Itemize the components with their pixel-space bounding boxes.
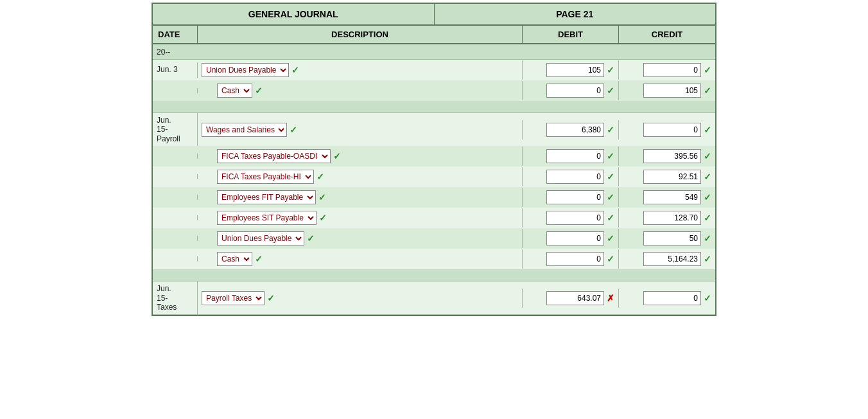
table-row: FICA Taxes Payable-OASDI ✓ ✓ ✓ [153, 146, 715, 166]
debit-check-icon[interactable]: ✓ [607, 172, 614, 182]
credit-input[interactable] [643, 291, 701, 305]
desc-check-icon[interactable]: ✓ [267, 293, 275, 303]
credit-check-icon[interactable]: ✓ [704, 85, 711, 96]
date-label: Jun. 3 [157, 65, 178, 74]
debit-input[interactable] [546, 84, 604, 98]
table-row: Union Dues Payable ✓ ✓ ✓ [153, 228, 715, 249]
credit-cell: ✓ [619, 289, 715, 308]
credit-check-icon[interactable]: ✓ [704, 254, 711, 264]
entry-date-empty [153, 256, 198, 262]
debit-input[interactable] [546, 231, 604, 245]
table-row: Jun. 3 Union Dues Payable ✓ ✓ ✓ [153, 60, 715, 80]
desc-check-icon[interactable]: ✓ [318, 192, 326, 202]
credit-check-icon[interactable]: ✓ [704, 125, 711, 135]
debit-check-icon[interactable]: ✓ [607, 85, 614, 96]
debit-check-icon[interactable]: ✓ [607, 192, 614, 202]
credit-input[interactable] [643, 63, 701, 77]
debit-check-icon[interactable]: ✓ [607, 125, 614, 135]
debit-error-icon[interactable]: ✗ [607, 293, 614, 303]
credit-cell: ✓ [619, 249, 715, 269]
credit-cell: ✓ [619, 120, 715, 139]
account-dropdown[interactable]: Employees FIT Payable [217, 190, 316, 204]
desc-check-icon[interactable]: ✓ [319, 213, 327, 223]
debit-input[interactable] [546, 149, 604, 163]
page-number: PAGE 21 [435, 4, 716, 24]
debit-input[interactable] [546, 123, 604, 137]
debit-input[interactable] [546, 190, 604, 204]
credit-check-icon[interactable]: ✓ [704, 213, 711, 223]
entry-date-empty [153, 174, 198, 179]
spacer-row [153, 269, 715, 281]
account-desc: Wages and Salaries ✓ [198, 120, 523, 139]
account-dropdown[interactable]: Union Dues Payable [217, 231, 304, 245]
debit-input[interactable] [546, 291, 604, 305]
col-header-debit: DEBIT [523, 26, 619, 43]
account-dropdown[interactable]: Union Dues Payable [202, 63, 289, 77]
desc-check-icon[interactable]: ✓ [307, 233, 315, 244]
date-line2: 15- [157, 294, 193, 303]
desc-check-icon[interactable]: ✓ [290, 125, 297, 135]
debit-cell: ✓ [523, 208, 619, 227]
credit-check-icon[interactable]: ✓ [704, 233, 711, 244]
col-header-date: DATE [153, 26, 198, 43]
spacer-row [153, 101, 715, 112]
col-header-credit: CREDIT [619, 26, 715, 43]
credit-check-icon[interactable]: ✓ [704, 172, 711, 182]
entry-1: Jun. 3 Union Dues Payable ✓ ✓ ✓ C [153, 60, 715, 113]
credit-cell: ✓ [619, 81, 715, 100]
account-dropdown[interactable]: Cash [217, 252, 252, 266]
credit-check-icon[interactable]: ✓ [704, 65, 711, 75]
debit-input[interactable] [546, 170, 604, 184]
account-desc: Cash ✓ [198, 249, 523, 269]
credit-cell: ✓ [619, 208, 715, 227]
credit-input[interactable] [643, 190, 701, 204]
table-row: Cash ✓ ✓ ✓ [153, 249, 715, 269]
debit-cell: ✗ [523, 289, 619, 308]
debit-check-icon[interactable]: ✓ [607, 233, 614, 244]
debit-cell: ✓ [523, 81, 619, 100]
account-dropdown[interactable]: Employees SIT Payable [217, 211, 317, 225]
account-desc: Union Dues Payable ✓ [198, 60, 523, 80]
date-line1: Jun. [157, 284, 193, 293]
debit-input[interactable] [546, 252, 604, 266]
credit-input[interactable] [643, 170, 701, 184]
credit-input[interactable] [643, 84, 701, 98]
debit-cell: ✓ [523, 229, 619, 248]
credit-input[interactable] [643, 123, 701, 137]
entry-date-empty [153, 88, 198, 93]
desc-check-icon[interactable]: ✓ [333, 151, 341, 161]
debit-check-icon[interactable]: ✓ [607, 65, 614, 75]
account-dropdown[interactable]: Cash [217, 84, 252, 98]
account-dropdown[interactable]: Payroll Taxes [202, 291, 265, 305]
desc-check-icon[interactable]: ✓ [317, 172, 324, 182]
date-line1: Jun. [157, 116, 193, 125]
desc-check-icon[interactable]: ✓ [255, 254, 263, 264]
account-desc: Cash ✓ [198, 81, 523, 100]
debit-cell: ✓ [523, 147, 619, 166]
entry-3: Jun. 15- Taxes Payroll Taxes ✓ ✗ ✓ [153, 281, 715, 315]
desc-check-icon[interactable]: ✓ [291, 65, 299, 75]
credit-check-icon[interactable]: ✓ [704, 293, 711, 303]
credit-input[interactable] [643, 149, 701, 163]
debit-input[interactable] [546, 63, 604, 77]
credit-input[interactable] [643, 252, 701, 266]
debit-input[interactable] [546, 211, 604, 225]
desc-check-icon[interactable]: ✓ [255, 85, 263, 96]
credit-check-icon[interactable]: ✓ [704, 151, 711, 161]
date-line2: 15- [157, 125, 193, 134]
journal-title: GENERAL JOURNAL [153, 4, 435, 24]
table-row: Jun. 15- Payroll Wages and Salaries ✓ ✓ … [153, 113, 715, 146]
credit-check-icon[interactable]: ✓ [704, 192, 711, 202]
debit-check-icon[interactable]: ✓ [607, 151, 614, 161]
account-dropdown[interactable]: FICA Taxes Payable-HI [217, 170, 314, 184]
debit-check-icon[interactable]: ✓ [607, 254, 614, 264]
entry-date-empty [153, 215, 198, 220]
credit-input[interactable] [643, 211, 701, 225]
account-dropdown[interactable]: FICA Taxes Payable-OASDI [217, 149, 331, 163]
debit-check-icon[interactable]: ✓ [607, 213, 614, 223]
credit-input[interactable] [643, 231, 701, 245]
entry-date-empty [153, 236, 198, 241]
entry-date: Jun. 3 [153, 62, 198, 78]
account-dropdown[interactable]: Wages and Salaries [202, 123, 287, 137]
debit-cell: ✓ [523, 249, 619, 269]
